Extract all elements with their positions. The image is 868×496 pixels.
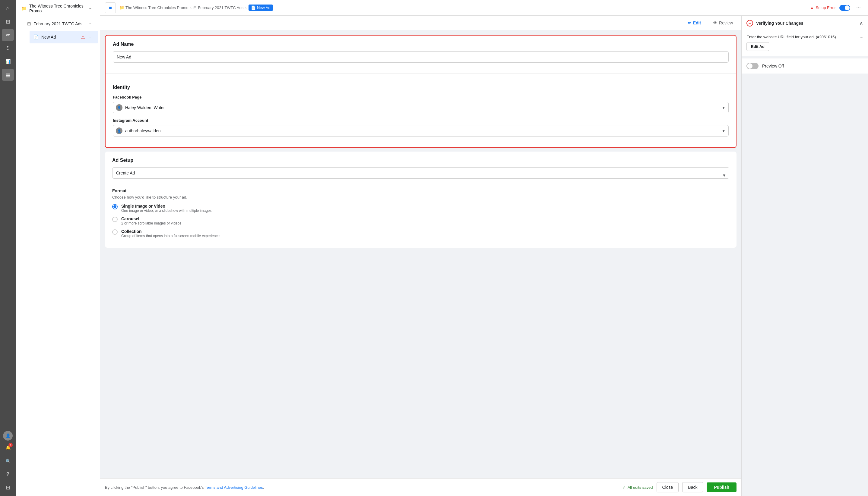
top-bar-more-button[interactable]: ··· <box>854 3 863 12</box>
question-icon: ? <box>6 471 10 478</box>
facebook-page-avatar: 👤 <box>116 104 122 111</box>
format-radio-carousel[interactable] <box>112 217 118 222</box>
breadcrumb: 📁 The Witness Tree Chronicles Promo › ⊞ … <box>119 4 808 11</box>
sidebar-item-question[interactable]: ? <box>2 468 14 480</box>
top-bar: ■ 📁 The Witness Tree Chronicles Promo › … <box>100 0 868 16</box>
instagram-account-label: Instagram Account <box>113 118 729 123</box>
ad-name-section: Ad Name Identity Facebook Page 👤 Haley W… <box>105 35 736 148</box>
format-carousel-desc: 2 or more scrollable images or videos <box>121 221 181 226</box>
editor-form: Ad Name Identity Facebook Page 👤 Haley W… <box>100 30 741 478</box>
sidebar-item-search[interactable]: 🔍 <box>2 455 14 467</box>
sidebar-item-chart[interactable]: 📊 <box>2 56 14 67</box>
ad-more-button[interactable]: ··· <box>87 34 94 41</box>
instagram-avatar: 👤 <box>116 127 122 134</box>
facebook-page-select[interactable]: Haley Walden, Writer <box>113 102 729 113</box>
sidebar-item-campaign[interactable]: 📁 The Witness Tree Chronicles Promo ··· <box>17 1 98 16</box>
preview-section: Preview Off <box>742 59 868 74</box>
saved-indicator: ✓ All edits saved <box>623 485 653 490</box>
review-tab-label: Review <box>719 20 733 25</box>
ad-name-input[interactable] <box>113 51 729 63</box>
review-tab-icon: 👁 <box>713 20 717 25</box>
top-bar-toggle[interactable] <box>839 5 850 11</box>
ad-setup-select[interactable]: Create Ad <box>112 167 729 179</box>
preview-toggle[interactable] <box>746 63 759 69</box>
app-logo: ■ <box>105 2 116 13</box>
identity-section-content: Identity Facebook Page 👤 Haley Walden, W… <box>106 79 736 148</box>
chart-icon: 📊 <box>5 59 11 64</box>
breadcrumb-ad[interactable]: 📄 New Ad <box>249 4 273 11</box>
bottom-bar-actions: ✓ All edits saved Close Back Publish <box>623 482 736 492</box>
format-option-carousel: Carousel 2 or more scrollable images or … <box>112 216 729 226</box>
sidebar-item-bookmark[interactable]: ⊟ <box>2 482 14 494</box>
user-avatar[interactable]: 👤 <box>3 431 13 440</box>
sidebar-item-clock[interactable]: ⏱ <box>2 42 14 54</box>
tab-review[interactable]: 👁 Review <box>709 18 736 28</box>
ad-setup-heading: Ad Setup <box>112 158 729 163</box>
right-panel: – Verifying Your Changes ∧ Enter the web… <box>741 16 868 496</box>
tab-edit[interactable]: ✏ Edit <box>684 18 705 28</box>
sidebar-item-adset[interactable]: ⊞ February 2021 TWTC Ads ··· <box>24 17 98 30</box>
format-label: Format <box>112 188 729 193</box>
content-area: ✏ Edit 👁 Review Ad Name <box>100 16 868 496</box>
bottom-bar: By clicking the "Publish" button, you ag… <box>100 478 741 496</box>
sidebar-item-ad[interactable]: 📄 New Ad ⚠ ··· <box>30 31 98 43</box>
ad-setup-section-content: Ad Setup Create Ad ▼ Format Choose how y… <box>105 152 736 248</box>
icon-bar: ⌂ ⊞ ✏ ⏱ 📊 ▤ 👤 🔔 1 🔍 ? ⊟ <box>0 0 16 496</box>
preview-label: Preview Off <box>762 64 784 68</box>
adset-name: February 2021 TWTC Ads <box>33 21 87 26</box>
back-button[interactable]: Back <box>682 482 703 492</box>
campaign-folder-icon: 📁 <box>21 6 27 11</box>
format-radio-single-image[interactable] <box>112 204 118 210</box>
pencil-icon: ✏ <box>6 32 10 38</box>
campaign-name: The Witness Tree Chronicles Promo <box>29 4 87 13</box>
edit-ad-button[interactable]: Edit Ad <box>746 42 769 51</box>
breadcrumb-adset[interactable]: ⊞ February 2021 TWTC Ads <box>193 5 243 10</box>
verifying-message: Enter the website URL field for your ad.… <box>746 31 863 42</box>
breadcrumb-ad-icon: 📄 <box>251 5 256 10</box>
sidebar-item-bell[interactable]: 🔔 1 <box>2 442 14 454</box>
setup-error-indicator: ▲ Setup Error <box>810 5 836 10</box>
sidebar: 📁 The Witness Tree Chronicles Promo ··· … <box>16 0 100 496</box>
terms-text-after: . <box>263 485 264 490</box>
verifying-section: – Verifying Your Changes ∧ Enter the web… <box>742 16 868 56</box>
campaign-more-button[interactable]: ··· <box>87 5 94 12</box>
grid-icon: ⊞ <box>6 18 10 25</box>
notification-badge: 1 <box>9 443 13 447</box>
verifying-body: Enter the website URL field for your ad.… <box>742 31 868 56</box>
saved-label: All edits saved <box>628 485 653 490</box>
ad-setup-section: Ad Setup Create Ad ▼ Format Choose how y… <box>105 152 736 248</box>
checkmark-icon: ✓ <box>623 485 626 490</box>
verifying-title: Verifying Your Changes <box>756 21 856 26</box>
breadcrumb-arrow-1: › <box>190 5 192 10</box>
sidebar-item-table[interactable]: ▤ <box>2 69 14 81</box>
instagram-account-select[interactable]: authorhaleywalden <box>113 125 729 137</box>
breadcrumb-campaign-folder-icon: 📁 <box>119 5 124 10</box>
close-button[interactable]: Close <box>657 482 679 492</box>
adset-more-button[interactable]: ··· <box>87 20 94 27</box>
publish-button[interactable]: Publish <box>707 482 736 492</box>
clock-icon: ⏱ <box>5 46 10 51</box>
breadcrumb-campaign-label: The Witness Tree Chronicles Promo <box>125 5 189 10</box>
sidebar-item-pencil[interactable]: ✏ <box>2 29 14 41</box>
breadcrumb-adset-label: February 2021 TWTC Ads <box>198 5 243 10</box>
format-radio-collection[interactable] <box>112 229 118 235</box>
main-content: ■ 📁 The Witness Tree Chronicles Promo › … <box>100 0 868 496</box>
format-collection-desc: Group of items that opens into a fullscr… <box>121 234 220 238</box>
facebook-page-select-wrapper: 👤 Haley Walden, Writer ▼ <box>113 102 729 113</box>
ad-doc-icon: 📄 <box>33 34 39 40</box>
sidebar-item-grid[interactable]: ⊞ <box>2 16 14 28</box>
breadcrumb-arrow-2: › <box>245 5 247 10</box>
table-icon: ▤ <box>5 72 11 78</box>
verifying-header[interactable]: – Verifying Your Changes ∧ <box>742 16 868 31</box>
format-carousel-label: Carousel <box>121 216 181 221</box>
terms-link[interactable]: Terms and Advertising Guidelines <box>205 485 263 490</box>
terms-text: By clicking the "Publish" button, you ag… <box>105 485 623 490</box>
breadcrumb-ad-label: New Ad <box>257 5 271 10</box>
verifying-collapse-icon[interactable]: ∧ <box>859 20 863 27</box>
breadcrumb-campaign[interactable]: 📁 The Witness Tree Chronicles Promo <box>119 5 189 10</box>
verifying-message-text: Enter the website URL field for your ad.… <box>746 35 836 39</box>
sidebar-item-home[interactable]: ⌂ <box>2 2 14 14</box>
verifying-error-icon: – <box>746 20 753 27</box>
verifying-message-more-button[interactable]: ··· <box>860 35 863 39</box>
format-option-single-image: Single Image or Video One image or video… <box>112 204 729 213</box>
